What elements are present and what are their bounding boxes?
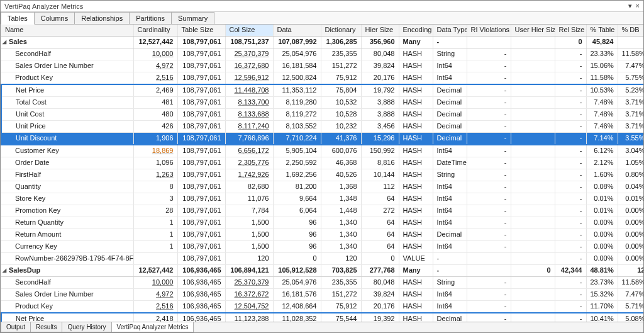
cell[interactable]: 0.00%	[618, 229, 643, 241]
cell[interactable]: 7.47%	[618, 289, 643, 301]
cell[interactable]: 9,664	[273, 193, 321, 205]
row-name[interactable]: Store Key	[1, 193, 133, 205]
cell[interactable]	[511, 97, 555, 109]
cell[interactable]: 108,797,061	[177, 109, 225, 121]
cell[interactable]: 42,344	[555, 265, 586, 277]
cell[interactable]: Decimal	[433, 121, 467, 133]
row-name[interactable]: Unit Discount	[1, 133, 133, 145]
cell[interactable]: 7.47%	[618, 60, 643, 72]
cell[interactable]	[511, 193, 555, 205]
cell[interactable]: 108,797,061	[177, 37, 225, 48]
cell[interactable]: 75,544	[321, 313, 361, 322]
cell[interactable]: 18,869	[133, 145, 177, 157]
row-name[interactable]: Return Quantity	[1, 217, 133, 229]
cell[interactable]: 0.08%	[586, 181, 618, 193]
cell[interactable]: 1	[133, 229, 177, 241]
cell[interactable]: 8,133,700	[225, 97, 273, 109]
cell[interactable]: 703,825	[321, 265, 361, 277]
group-row[interactable]: SalesDup12,527,442106,936,465106,894,121…	[1, 265, 643, 277]
cell[interactable]: 0.01%	[586, 205, 618, 217]
row-name[interactable]: Net Price	[1, 84, 133, 97]
cell[interactable]: 19,792	[361, 84, 399, 97]
cell[interactable]: 1,742,926	[225, 169, 273, 181]
cell[interactable]: 11,353,112	[273, 84, 321, 97]
cell[interactable]: 81,200	[273, 181, 321, 193]
cell[interactable]: -	[467, 48, 511, 60]
cell[interactable]: 108,797,061	[177, 241, 225, 253]
cell[interactable]: -	[467, 169, 511, 181]
cell[interactable]: 7.46%	[586, 121, 618, 133]
cell[interactable]: 12,596,912	[225, 72, 273, 85]
data-row[interactable]: Unit Price426108,797,0618,117,2408,103,5…	[1, 121, 643, 133]
cell[interactable]: 0.00%	[618, 241, 643, 253]
cell[interactable]: 12,408,664	[273, 301, 321, 313]
cell[interactable]: -	[555, 301, 586, 313]
tab-columns[interactable]: Columns	[34, 12, 75, 24]
data-row[interactable]: SecondHalf10,000106,936,46525,370,37925,…	[1, 277, 643, 289]
cell[interactable]: 108,797,061	[177, 181, 225, 193]
cell[interactable]: 11.58%	[618, 48, 643, 60]
cell[interactable]: 106,894,121	[225, 265, 273, 277]
cell[interactable]: 3.71%	[618, 97, 643, 109]
col-header[interactable]: % DB	[618, 25, 643, 37]
cell[interactable]: HASH	[399, 169, 433, 181]
cell[interactable]: 1.05%	[618, 157, 643, 169]
cell[interactable]: 235,355	[321, 277, 361, 289]
cell[interactable]	[511, 217, 555, 229]
group-name[interactable]: SalesDup	[1, 265, 133, 277]
cell[interactable]: HASH	[399, 84, 433, 97]
cell[interactable]: 106,936,465	[177, 277, 225, 289]
tab-partitions[interactable]: Partitions	[129, 12, 172, 24]
cell[interactable]: 120	[321, 253, 361, 265]
cell[interactable]: String	[433, 169, 467, 181]
cell[interactable]: 1,340	[321, 241, 361, 253]
cell[interactable]: 3	[133, 193, 177, 205]
cell[interactable]: 3.71%	[618, 109, 643, 121]
cell[interactable]	[511, 48, 555, 60]
row-name[interactable]: Product Key	[1, 301, 133, 313]
cell[interactable]: HASH	[399, 241, 433, 253]
cell[interactable]	[467, 253, 511, 265]
cell[interactable]: 64	[361, 217, 399, 229]
cell[interactable]: 19,392	[361, 313, 399, 322]
cell[interactable]	[511, 60, 555, 72]
cell[interactable]: 112	[361, 181, 399, 193]
cell[interactable]: 0.00%	[586, 241, 618, 253]
cell[interactable]: 12,527,442	[133, 265, 177, 277]
cell[interactable]: 16,372,680	[225, 60, 273, 72]
cell[interactable]: 7.48%	[586, 109, 618, 121]
cell[interactable]: 5,905,104	[273, 145, 321, 157]
data-row[interactable]: Currency Key1108,797,0611,500961,34064HA…	[1, 241, 643, 253]
cell[interactable]: 108,797,061	[177, 193, 225, 205]
col-header[interactable]: Data	[273, 25, 321, 37]
cell[interactable]: HASH	[399, 145, 433, 157]
metrics-grid[interactable]: NameCardinalityTable SizeCol SizeDataDic…	[1, 25, 643, 322]
cell[interactable]	[511, 84, 555, 97]
cell[interactable]: 0	[361, 253, 399, 265]
cell[interactable]: VALUE	[399, 253, 433, 265]
cell[interactable]: 108,797,061	[177, 169, 225, 181]
cell[interactable]: -	[467, 181, 511, 193]
data-row[interactable]: Return Amount1108,797,0611,500961,34064H…	[1, 229, 643, 241]
cell[interactable]: 20,176	[361, 72, 399, 85]
cell[interactable]: HASH	[399, 277, 433, 289]
cell[interactable]: -	[555, 72, 586, 85]
row-name[interactable]: Unit Cost	[1, 109, 133, 121]
cell[interactable]: 96	[273, 217, 321, 229]
cell[interactable]: 0	[273, 253, 321, 265]
cell[interactable]: 40,526	[321, 169, 361, 181]
cell[interactable]: 3.71%	[618, 121, 643, 133]
cell[interactable]: 12,527,442	[133, 37, 177, 48]
cell[interactable]	[511, 109, 555, 121]
data-row[interactable]: Product Key2,516108,797,06112,596,91212,…	[1, 72, 643, 85]
cell[interactable]: HASH	[399, 72, 433, 85]
row-name[interactable]: Order Date	[1, 157, 133, 169]
cell[interactable]: 1.60%	[586, 169, 618, 181]
col-header[interactable]: Encoding	[399, 25, 433, 37]
cell[interactable]: HASH	[399, 48, 433, 60]
cell[interactable]: 8,119,280	[273, 97, 321, 109]
group-name[interactable]: Sales	[1, 37, 133, 48]
cell[interactable]: 1,692,256	[273, 169, 321, 181]
col-header[interactable]: RI Violations	[467, 25, 511, 37]
data-row[interactable]: Order Date1,096108,797,0612,305,7762,250…	[1, 157, 643, 169]
